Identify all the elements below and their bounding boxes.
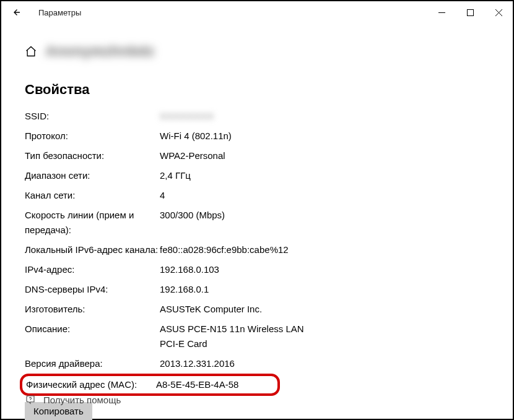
label-mac: Физический адрес (MAC): bbox=[26, 377, 156, 392]
label-channel: Канал сети: bbox=[25, 188, 160, 203]
close-icon bbox=[495, 9, 502, 16]
label-protocol: Протокол: bbox=[25, 129, 160, 144]
label-description: Описание: bbox=[25, 322, 160, 336]
value-band: 2,4 ГГц bbox=[160, 168, 321, 183]
back-button[interactable] bbox=[7, 4, 25, 21]
row-ipv6-local: Локальный IPv6-адрес канала: fe80::a028:… bbox=[25, 240, 490, 260]
get-help-text: Получить помощь bbox=[43, 395, 121, 405]
label-link-speed: Скорость линии (прием и передача): bbox=[25, 208, 160, 238]
row-security: Тип безопасности: WPA2-Personal bbox=[25, 146, 490, 166]
row-link-speed: Скорость линии (прием и передача): 300/3… bbox=[25, 205, 490, 240]
home-icon[interactable] bbox=[25, 45, 37, 60]
value-channel: 4 bbox=[160, 188, 321, 203]
value-mac: A8-5E-45-EB-4A-58 bbox=[156, 377, 274, 392]
value-ipv4: 192.168.0.103 bbox=[160, 262, 321, 277]
label-ipv6-local: Локальный IPv6-адрес канала: bbox=[25, 242, 160, 257]
mac-row-highlight: Физический адрес (MAC): A8-5E-45-EB-4A-5… bbox=[20, 374, 280, 396]
breadcrumb: Anonymzhnbdz bbox=[25, 43, 490, 62]
value-driver-version: 2013.12.331.2016 bbox=[160, 356, 321, 371]
svg-rect-0 bbox=[467, 9, 473, 15]
label-security: Тип безопасности: bbox=[25, 148, 160, 163]
network-name: Anonymzhnbdz bbox=[46, 43, 151, 62]
get-help-link[interactable]: Получить помощь bbox=[25, 394, 121, 405]
label-ssid: SSID: bbox=[25, 109, 160, 124]
label-manufacturer: Изготовитель: bbox=[25, 302, 160, 317]
close-button[interactable] bbox=[484, 2, 513, 22]
value-description: ASUS PCE-N15 11n Wireless LAN PCI-E Card bbox=[160, 322, 321, 351]
help-icon bbox=[25, 394, 36, 405]
row-ssid: SSID: XXXXXXXX bbox=[25, 106, 490, 126]
row-ipv4: IPv4-адрес: 192.168.0.103 bbox=[25, 260, 490, 280]
settings-window: Параметры Anonymzhnbdz Свойства bbox=[0, 0, 514, 420]
titlebar: Параметры bbox=[1, 1, 513, 24]
maximize-button[interactable] bbox=[456, 2, 484, 22]
label-ipv4: IPv4-адрес: bbox=[25, 262, 160, 277]
row-channel: Канал сети: 4 bbox=[25, 186, 490, 205]
content-area: Anonymzhnbdz Свойства SSID: XXXXXXXX Про… bbox=[1, 24, 513, 420]
label-dns: DNS-серверы IPv4: bbox=[25, 282, 160, 297]
window-controls bbox=[427, 2, 513, 22]
value-manufacturer: ASUSTeK Computer Inc. bbox=[160, 302, 321, 317]
minimize-icon bbox=[438, 9, 445, 16]
value-security: WPA2-Personal bbox=[160, 148, 321, 163]
titlebar-left: Параметры bbox=[7, 4, 81, 21]
value-ssid: XXXXXXXX bbox=[160, 109, 321, 124]
minimize-button[interactable] bbox=[427, 2, 456, 22]
arrow-left-icon bbox=[11, 7, 22, 18]
row-driver-version: Версия драйвера: 2013.12.331.2016 bbox=[25, 354, 490, 374]
row-manufacturer: Изготовитель: ASUSTeK Computer Inc. bbox=[25, 299, 490, 319]
app-title: Параметры bbox=[38, 8, 81, 17]
properties-table: SSID: XXXXXXXX Протокол: Wi-Fi 4 (802.11… bbox=[25, 106, 490, 396]
section-title: Свойства bbox=[25, 82, 490, 98]
row-band: Диапазон сети: 2,4 ГГц bbox=[25, 166, 490, 186]
row-dns: DNS-серверы IPv4: 192.168.0.1 bbox=[25, 280, 490, 299]
maximize-icon bbox=[467, 9, 474, 16]
row-mac: Физический адрес (MAC): A8-5E-45-EB-4A-5… bbox=[26, 377, 274, 392]
label-driver-version: Версия драйвера: bbox=[25, 356, 160, 371]
value-ipv6-local: fe80::a028:96cf:e9bb:cabe%12 bbox=[160, 242, 321, 257]
value-link-speed: 300/300 (Mbps) bbox=[160, 208, 321, 223]
value-dns: 192.168.0.1 bbox=[160, 282, 321, 297]
row-protocol: Протокол: Wi-Fi 4 (802.11n) bbox=[25, 126, 490, 146]
label-band: Диапазон сети: bbox=[25, 168, 160, 183]
row-description: Описание: ASUS PCE-N15 11n Wireless LAN … bbox=[25, 319, 490, 354]
value-protocol: Wi-Fi 4 (802.11n) bbox=[160, 129, 321, 144]
